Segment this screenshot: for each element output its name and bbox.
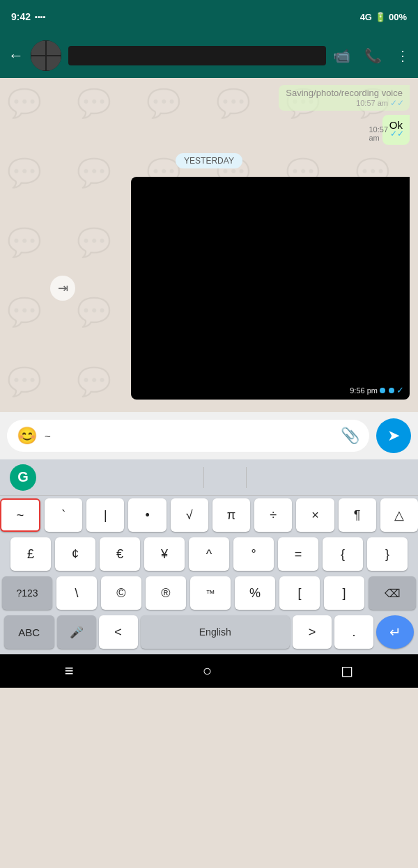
grammarly-bar: G	[0, 459, 418, 496]
signal-icon: ▪▪▪▪	[35, 13, 46, 21]
key-multiply[interactable]: ×	[296, 498, 334, 532]
nav-bar: ≡ ○ ◻	[0, 654, 418, 688]
video-message: ⇥ 9:56 pm ✓	[8, 177, 410, 400]
key-cent[interactable]: ¢	[55, 537, 95, 571]
send-icon: ➤	[387, 427, 400, 445]
key-bullet[interactable]: •	[128, 498, 166, 532]
key-backtick[interactable]: `	[45, 498, 82, 532]
key-pilcrow[interactable]: ¶	[339, 498, 376, 532]
key-divide[interactable]: ÷	[254, 498, 292, 532]
back-button[interactable]: ←	[8, 47, 24, 65]
key-row-2: £ ¢ € ¥ ^ ° = { }	[0, 537, 418, 571]
prev-msg-time: 10:57 am ✓✓	[356, 98, 404, 108]
key-pound[interactable]: £	[10, 537, 51, 571]
nav-home-icon[interactable]: ○	[203, 662, 212, 680]
grammarly-icon[interactable]: G	[10, 464, 36, 491]
video-time: 9:56 pm ✓	[350, 385, 404, 395]
key-registered[interactable]: ®	[146, 576, 186, 610]
status-bar-left: 9:42 ▪▪▪▪	[11, 11, 46, 22]
key-row-1: ~ ` | • √ π ÷ × ¶ △	[0, 498, 418, 532]
message-input-pill: 😊 ~ 📎	[7, 420, 369, 452]
key-less-than[interactable]: <	[99, 615, 138, 649]
message-bubble: Ok 10:57 am ✓✓	[382, 115, 410, 145]
key-pi[interactable]: π	[212, 498, 250, 532]
key-tilde[interactable]: ~	[0, 498, 40, 532]
network-icon: 4G	[360, 12, 372, 22]
key-enter[interactable]: ↵	[376, 615, 414, 649]
contact-name-bar	[68, 46, 326, 65]
message-input[interactable]: ~	[45, 430, 334, 442]
nav-back-icon[interactable]: ◻	[341, 662, 353, 680]
attach-button[interactable]: 📎	[341, 427, 359, 445]
key-yen[interactable]: ¥	[144, 537, 185, 571]
forward-button[interactable]: ⇥	[50, 276, 75, 301]
key-equals[interactable]: =	[278, 537, 318, 571]
status-bar: 9:42 ▪▪▪▪ 4G 🔋 00%	[0, 0, 418, 33]
nav-menu-icon[interactable]: ≡	[65, 662, 74, 680]
avatar	[31, 40, 61, 71]
key-bracket-close[interactable]: ]	[324, 576, 364, 610]
divider1	[203, 467, 204, 488]
tick-check-icon: ✓	[396, 385, 404, 395]
voice-call-icon[interactable]: 📞	[364, 47, 382, 64]
tick-icon: ✓✓	[390, 98, 404, 108]
status-bar-right: 4G 🔋 00%	[360, 12, 407, 22]
dot2	[389, 388, 394, 393]
key-abc[interactable]: ABC	[4, 615, 54, 649]
key-row-4: ABC 🎤 < English > . ↵	[0, 615, 418, 649]
key-copyright[interactable]: ©	[101, 576, 141, 610]
prev-msg-text: Saving/photo/recording voice	[286, 88, 403, 98]
key-brace-close[interactable]: }	[367, 537, 408, 571]
header-icons: 📹 📞 ⋮	[333, 47, 410, 64]
more-options-icon[interactable]: ⋮	[396, 47, 410, 64]
video-call-icon[interactable]: 📹	[333, 47, 350, 64]
key-triangle[interactable]: △	[380, 498, 418, 532]
message-time: 10:57 am ✓✓	[369, 125, 404, 142]
message-ok: Ok 10:57 am ✓✓	[8, 115, 410, 145]
key-backslash[interactable]: \	[56, 576, 97, 610]
emoji-button[interactable]: 😊	[17, 426, 38, 445]
key-row-3: ?123 \ © ® ™ % [ ] ⌫	[0, 576, 418, 610]
video-bubble: 9:56 pm ✓	[131, 177, 410, 400]
double-tick-icon: ✓✓	[390, 129, 404, 139]
key-123[interactable]: ?123	[2, 576, 52, 610]
grammarly-dividers	[42, 467, 408, 488]
battery-percent: 00%	[389, 12, 407, 22]
key-period[interactable]: .	[334, 615, 373, 649]
key-bracket-open[interactable]: [	[279, 576, 320, 610]
key-greater-than[interactable]: >	[293, 615, 332, 649]
key-degree[interactable]: °	[233, 537, 274, 571]
send-button[interactable]: ➤	[376, 418, 411, 453]
date-badge: YESTERDAY	[176, 153, 242, 168]
battery-icon: 🔋	[375, 12, 386, 22]
key-euro[interactable]: €	[100, 537, 140, 571]
date-divider: YESTERDAY	[8, 153, 410, 168]
dot1	[380, 388, 385, 393]
key-backspace[interactable]: ⌫	[369, 576, 416, 610]
status-time: 9:42	[11, 11, 31, 22]
keyboard-main: ~ ` | • √ π ÷ × ¶ △ £ ¢ € ¥ ^ ° = { } ?1…	[0, 496, 418, 654]
key-mic[interactable]: 🎤	[57, 615, 96, 649]
keyboard-area: G ~ ` | • √ π ÷ × ¶ △ £ ¢ € ¥ ^ °	[0, 459, 418, 654]
input-bar: 😊 ~ 📎 ➤	[0, 412, 418, 459]
key-brace-open[interactable]: {	[323, 537, 363, 571]
chat-area: Saving/photo/recording voice 10:57 am ✓✓…	[0, 78, 418, 412]
key-sqrt[interactable]: √	[171, 498, 208, 532]
divider2	[246, 467, 247, 488]
key-trademark[interactable]: ™	[190, 576, 231, 610]
video-thumbnail	[131, 177, 410, 400]
key-space[interactable]: English	[141, 615, 291, 649]
chat-header: ← 📹 📞 ⋮	[0, 33, 418, 78]
key-caret[interactable]: ^	[189, 537, 229, 571]
key-percent[interactable]: %	[235, 576, 275, 610]
key-pipe[interactable]: |	[86, 498, 124, 532]
